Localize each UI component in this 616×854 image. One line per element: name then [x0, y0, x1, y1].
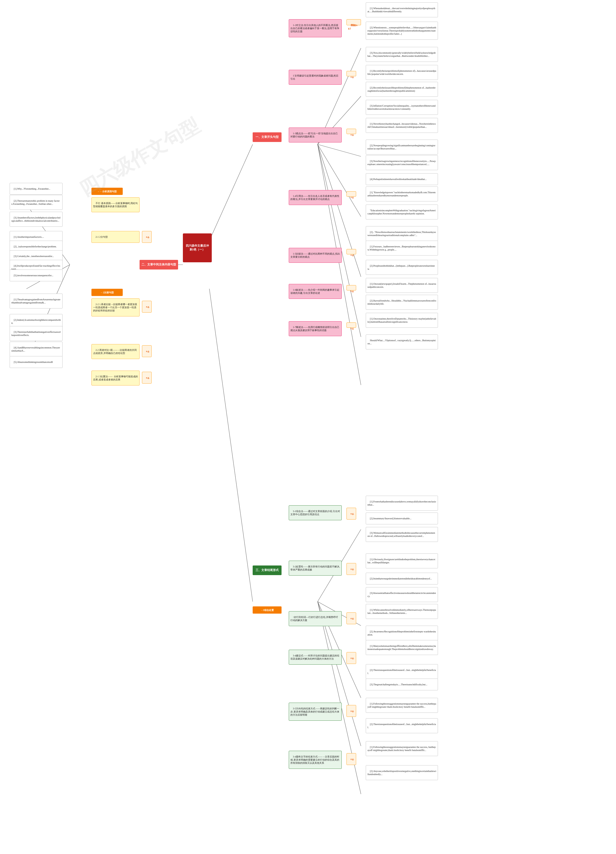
- section2-node: 二、文章中间主体内容句型: [140, 260, 178, 270]
- eg1-7-1: [1].Onceonatime,thereliveDanamwho...This…: [366, 313, 438, 328]
- branch3-sub2-eg: e.g.: [346, 563, 356, 575]
- svg-line-9: [318, 144, 361, 385]
- section1-node: 一、文章开头句型: [253, 132, 282, 142]
- branch1-sub7-eg: e.g.: [346, 322, 356, 328]
- section3-node: 三、文章结尾形式: [253, 566, 282, 575]
- eg2-2-1: [1].TheadvantagesgainedfromArearemuchgre…: [10, 294, 63, 308]
- branch3-sub1-label: 3-1综合法——通过对文章前面的介绍,引出对文章中心思想的引用及结点: [289, 505, 342, 520]
- branch3-combined-label: →3综合处置: [253, 606, 282, 614]
- eg1-6-2: [2].Ihaveafriendwho...Shouldthe...?Sucha…: [366, 295, 438, 310]
- eg3-4-2: [2].Thereisnoquestionofthetissuseof...Ju…: [366, 664, 438, 679]
- branch3-sub6-label: 3-4最终文字的结束方式——→文章后面的时候,更具有明确的需要建立的行动的综合及…: [289, 751, 342, 769]
- eg2-basic-2: [2].Therearemanytothis problem in many f…: [10, 195, 63, 210]
- eg1-1-3: [3].Now,itiscommonly/generally/widelybel…: [366, 47, 438, 62]
- eg3-5-1: [1].Followingthesesuggestionsmaynotguara…: [366, 698, 438, 713]
- branch1-sub2-eg: e.g.: [346, 71, 356, 76]
- branch3-sub2-label: 3-2处置性——展示所有行动的问题若不解决,带来严重的后果或极: [289, 561, 342, 576]
- eg1-7-2: Should/What....?Optionsof...varytgreatly…: [366, 334, 438, 349]
- eg1-4-1: [1]."Knowledgeispower."suchtistheremarks…: [366, 186, 438, 201]
- branch2-compare2-eg: e.g.: [142, 345, 152, 357]
- branch3-sub4-label: 3-4建议式——对所讨论的问题提出建议的结语及该建议对解决此种问题的大体的方法: [289, 650, 342, 665]
- branch1-sub6-eg: e.g.: [346, 285, 356, 290]
- branch2-analysis-label: ←←分析原因句型: [91, 188, 123, 195]
- branch2-weight-label: 2-1 3比重法—— 分析某事物可能造成的后果,或者造成者者的后果: [91, 371, 140, 386]
- branch1-sub1-eg-label: 例如(e.g.): [346, 19, 361, 25]
- eg2-2b-2: [5].AbearsomethinkingresemblancetooB: [10, 356, 63, 368]
- branch1-sub7-label: 1-7阐述法——先用行或概情前说明引出自己观点从激及建议用于叙事性的话题: [289, 321, 342, 336]
- branch1-sub2-label: 1'文明建设引起普通对的现象成者问题,然后引出: [289, 70, 342, 85]
- branch3-sub6-eg: e.g.: [346, 753, 356, 765]
- eg1-2-3: [3].Inflation/Corruption/Socialinequalit…: [366, 100, 438, 115]
- branch1-sub3-label: 1-3观点法——把'引出一些'当地提出出自己对要行动的问题的看法: [289, 128, 342, 142]
- branch3-sub3-label: ↑好行到结语—行好行进行总结,并顺势呼吁行动的解决方案: [289, 611, 342, 626]
- center-node: 四六级作文最后冲刺-绝（一）: [183, 233, 212, 262]
- section2-label: 二、文章中间主体内容句型: [142, 263, 176, 267]
- eg3-5-2: [2].Thereisnoquestionofthetissuseof...Ju…: [366, 718, 438, 733]
- eg1-6-1: [1].Oncean(newspaper),Ireadof/learnt...T…: [366, 278, 438, 293]
- branch3-sub3-eg: e.g.: [346, 612, 356, 624]
- branch2-compare-sub2: 2-2 两者对比+观——→比较两者的共同点或差异,并明确自己的结论型: [91, 344, 140, 359]
- mind-map-container: 四六级作文最后冲刺-绝（一） 一、文章开头句型 1-1对立法:先引出其他人的不同…: [0, 0, 616, 854]
- branch2-basic-label: 不行 基本原因——分析某事物时,用此句型就能覆盖基本的多方面的原因: [91, 197, 140, 212]
- branch1-sub4-eg: e.g.: [346, 191, 356, 197]
- branch3-sub4-eg: e.g.: [346, 652, 356, 664]
- branch1-sub1-text: 1-1对立法:先引出其他人的不同看法,然后提出自己的看法或者偏向于某一看法,适用…: [290, 24, 339, 33]
- eg3-3-1: [1].Whilecannotbesolvedimmediately,ofthe…: [366, 604, 438, 619]
- eg3-3-2: [2].Awareness/Recognitionoftheproblemist…: [366, 626, 438, 640]
- eg1-4-2: "EducationisincompleteWithgraduation."su…: [366, 204, 438, 220]
- svg-line-0: [209, 144, 253, 241]
- eg3-1-2: [2].Insummary/Inaword,Itismorevaluable..…: [366, 512, 438, 524]
- eg2-2-3: [3].ThereisnoSubtthatthatitsnegativeeffe…: [10, 326, 63, 341]
- branch3-sub5-label: 3-5方向性的结束方式——再建议性的判断一步,更具有明确及具体的行动或建立或总结…: [289, 703, 342, 721]
- eg1-3-3: [3].Nowtherisagrowingareness/recognition…: [366, 155, 438, 170]
- eg3-2-1: [1].Obviously,ifweignore/areblindtothepr…: [366, 554, 438, 568]
- section3-label: 三、文章结尾形式: [256, 568, 279, 572]
- center-node-label: 四六级作文最后冲刺-绝（一）: [184, 244, 210, 252]
- branch2-2fen-label: 2-1 2分句型: [91, 231, 140, 243]
- eg1-2-2: [2].Recentlytheiissueoftheproblemof(thep…: [366, 82, 438, 97]
- eg2-basic-1: [1].Why...?Foronething...Foranother...: [10, 183, 63, 195]
- eg1-5-2: [2].Peopleusedtothinkhat...(inthepast...…: [366, 260, 438, 275]
- branch2-weight-eg: e.g.: [142, 372, 152, 384]
- branch2-compare-label: ←2比较句型: [91, 289, 123, 296]
- eg2-2b-1: [4].AandBhaveseveralthingsincommon.Theya…: [10, 342, 63, 357]
- eg3-2-3: [3].Itisessentialthatseffectivemeasuress…: [366, 587, 438, 602]
- eg3-6-1: [1].Followingthesesuggestionsmaynotguara…: [366, 741, 438, 756]
- svg-line-8: [318, 144, 361, 337]
- eg3-6-2: [2].Anycase,whetheritispositiveornegativ…: [366, 765, 438, 780]
- branch1-sub1-label: 1-1对立法:先引出其他人的不同看法,然后提出自己的看法或者偏向于某一看法,适用…: [289, 19, 342, 37]
- eg2-1-5: [5].involvessomeserousconsequencefor...: [10, 270, 63, 281]
- section1-label: 一、文章开头句型: [256, 135, 279, 139]
- svg-line-2: [209, 289, 253, 602]
- eg1-4-3: [2]..."Howoftenwehearsuchstatements/word…: [366, 226, 438, 241]
- eg3-1-3: [3].Wemustcallforaimmediatemethodtobecau…: [366, 527, 438, 542]
- branch1-sub6-label: 1-6叙述法——先介绍一件初闻的趣事来引起读者的兴趣,引出文章的论述: [289, 284, 342, 299]
- eg1-3-1: [1].Neverhistoryhasthechanged...becausev…: [366, 118, 438, 133]
- eg3-2-2: [2].Itsimthatweurgederimmediatetenditthe…: [366, 573, 438, 584]
- eg1-1-1: [1].Whenaskedabout....thevast/overwhelmi…: [366, 2, 438, 17]
- svg-line-5: [318, 144, 361, 156]
- eg1-1-2: [2].Whenitonesto....somepeoplebelievthat…: [366, 22, 438, 40]
- svg-line-6: [318, 144, 361, 217]
- branch1-sub5-label: 1-5比较法——通过对比两种不同的观点,找出文章要分析的观点: [289, 248, 342, 263]
- eg3-1-1: [1].Fromwhathasbeendiscussedabove,wemaya…: [366, 496, 438, 511]
- eg3-4-1: [1].Manysolutionsarebeingoffferedhere,al…: [366, 640, 438, 655]
- branch1-sub3-eg: e.g.: [346, 129, 356, 134]
- eg1-5-1: [1].Foryears...hadbeerenviewes...Butpeop…: [366, 241, 438, 256]
- branch2-compare-sub1: 2-2 1.再者比较→比较两者哪一者更加某一性质或两者一个比另一个更加某一性质的…: [91, 298, 140, 316]
- branch3-sub1-eg: e.g.: [346, 508, 356, 520]
- branch3-sub5-eg: e.g.: [346, 705, 356, 717]
- branch2-compare1-eg: e.g.: [142, 301, 152, 313]
- eg1-3-4: [4].Perhapsitistimetohaveafreshlookatthe…: [366, 173, 438, 185]
- branch1-sub4-label: 1-4引用法——先引出名人名言或者有代表性的看法,并引出文章要展开讨论的观点: [289, 190, 342, 205]
- eg1-3-2: [2].Nowpeoplingrowing/significantnumbers…: [366, 140, 438, 154]
- eg3-4-3: [3].Thegreatchallengetodayis.....Thereis…: [366, 679, 438, 690]
- branch2-2fen-eg: e.g.: [142, 231, 152, 243]
- branch1-sub5-eg: e.g.: [346, 249, 356, 254]
- eg1-2-1: [1].Recentlytheisenproblemof(phenomenon …: [366, 65, 438, 80]
- eg2-basic-3: [3].Anumberoffactors,boththphysicalandps…: [10, 212, 63, 227]
